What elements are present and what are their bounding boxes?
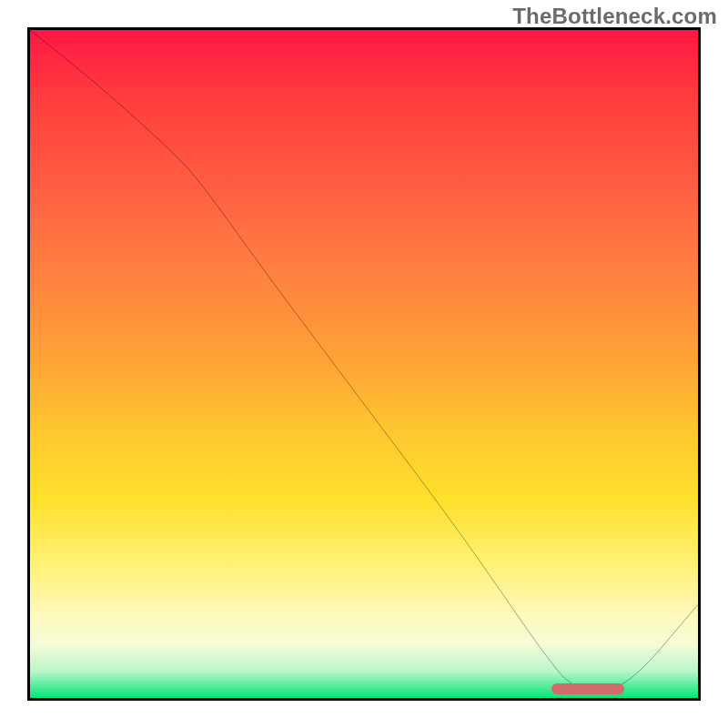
- chart-frame: [27, 27, 701, 701]
- curve-svg: [30, 30, 698, 698]
- plot-area: [30, 30, 698, 698]
- watermark-text: TheBottleneck.com: [512, 4, 717, 29]
- bottleneck-curve: [30, 30, 698, 692]
- optimal-range-marker: [551, 683, 625, 694]
